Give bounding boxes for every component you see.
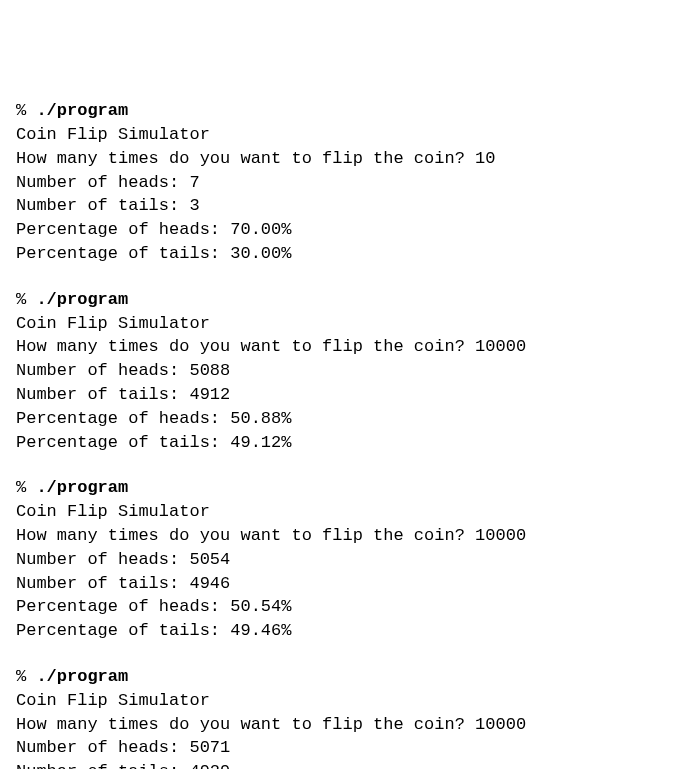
- pct-heads-label: Percentage of heads:: [16, 220, 230, 239]
- command-text: ./program: [36, 667, 128, 686]
- tails-line: Number of tails: 3: [16, 194, 681, 218]
- tails-label: Number of tails:: [16, 762, 189, 769]
- program-run: % ./programCoin Flip SimulatorHow many t…: [16, 99, 681, 266]
- command-text: ./program: [36, 478, 128, 497]
- question-line: How many times do you want to flip the c…: [16, 524, 681, 548]
- user-input[interactable]: 10000: [475, 337, 526, 356]
- pct-heads-line: Percentage of heads: 50.88%: [16, 407, 681, 431]
- pct-heads-value: 50.88%: [230, 409, 291, 428]
- program-title: Coin Flip Simulator: [16, 500, 681, 524]
- user-input[interactable]: 10000: [475, 526, 526, 545]
- pct-tails-label: Percentage of tails:: [16, 621, 230, 640]
- pct-heads-label: Percentage of heads:: [16, 597, 230, 616]
- question-text: How many times do you want to flip the c…: [16, 715, 475, 734]
- pct-tails-value: 49.12%: [230, 433, 291, 452]
- heads-label: Number of heads:: [16, 173, 189, 192]
- heads-line: Number of heads: 5088: [16, 359, 681, 383]
- heads-value: 5054: [189, 550, 230, 569]
- pct-tails-value: 30.00%: [230, 244, 291, 263]
- question-line: How many times do you want to flip the c…: [16, 335, 681, 359]
- question-line: How many times do you want to flip the c…: [16, 713, 681, 737]
- user-input[interactable]: 10: [475, 149, 495, 168]
- pct-heads-value: 50.54%: [230, 597, 291, 616]
- heads-value: 7: [189, 173, 199, 192]
- tails-label: Number of tails:: [16, 196, 189, 215]
- pct-heads-line: Percentage of heads: 70.00%: [16, 218, 681, 242]
- program-run: % ./programCoin Flip SimulatorHow many t…: [16, 665, 681, 769]
- program-title: Coin Flip Simulator: [16, 689, 681, 713]
- command-line: % ./program: [16, 476, 681, 500]
- command-line: % ./program: [16, 99, 681, 123]
- terminal-output: % ./programCoin Flip SimulatorHow many t…: [16, 99, 681, 769]
- user-input[interactable]: 10000: [475, 715, 526, 734]
- tails-value: 4912: [189, 385, 230, 404]
- pct-tails-line: Percentage of tails: 49.46%: [16, 619, 681, 643]
- tails-line: Number of tails: 4912: [16, 383, 681, 407]
- tails-label: Number of tails:: [16, 385, 189, 404]
- shell-prompt: %: [16, 667, 36, 686]
- heads-line: Number of heads: 5054: [16, 548, 681, 572]
- program-title: Coin Flip Simulator: [16, 123, 681, 147]
- question-text: How many times do you want to flip the c…: [16, 526, 475, 545]
- heads-line: Number of heads: 5071: [16, 736, 681, 760]
- question-line: How many times do you want to flip the c…: [16, 147, 681, 171]
- shell-prompt: %: [16, 290, 36, 309]
- heads-label: Number of heads:: [16, 550, 189, 569]
- tails-label: Number of tails:: [16, 574, 189, 593]
- tails-line: Number of tails: 4929: [16, 760, 681, 769]
- heads-value: 5071: [189, 738, 230, 757]
- pct-tails-line: Percentage of tails: 49.12%: [16, 431, 681, 455]
- tails-value: 4929: [189, 762, 230, 769]
- heads-value: 5088: [189, 361, 230, 380]
- program-title: Coin Flip Simulator: [16, 312, 681, 336]
- tails-value: 3: [189, 196, 199, 215]
- question-text: How many times do you want to flip the c…: [16, 337, 475, 356]
- command-text: ./program: [36, 101, 128, 120]
- heads-label: Number of heads:: [16, 361, 189, 380]
- shell-prompt: %: [16, 478, 36, 497]
- command-line: % ./program: [16, 665, 681, 689]
- tails-value: 4946: [189, 574, 230, 593]
- pct-heads-value: 70.00%: [230, 220, 291, 239]
- command-line: % ./program: [16, 288, 681, 312]
- pct-heads-label: Percentage of heads:: [16, 409, 230, 428]
- pct-tails-label: Percentage of tails:: [16, 244, 230, 263]
- pct-heads-line: Percentage of heads: 50.54%: [16, 595, 681, 619]
- pct-tails-label: Percentage of tails:: [16, 433, 230, 452]
- program-run: % ./programCoin Flip SimulatorHow many t…: [16, 288, 681, 455]
- program-run: % ./programCoin Flip SimulatorHow many t…: [16, 476, 681, 643]
- pct-tails-value: 49.46%: [230, 621, 291, 640]
- question-text: How many times do you want to flip the c…: [16, 149, 475, 168]
- shell-prompt: %: [16, 101, 36, 120]
- pct-tails-line: Percentage of tails: 30.00%: [16, 242, 681, 266]
- command-text: ./program: [36, 290, 128, 309]
- heads-line: Number of heads: 7: [16, 171, 681, 195]
- heads-label: Number of heads:: [16, 738, 189, 757]
- tails-line: Number of tails: 4946: [16, 572, 681, 596]
